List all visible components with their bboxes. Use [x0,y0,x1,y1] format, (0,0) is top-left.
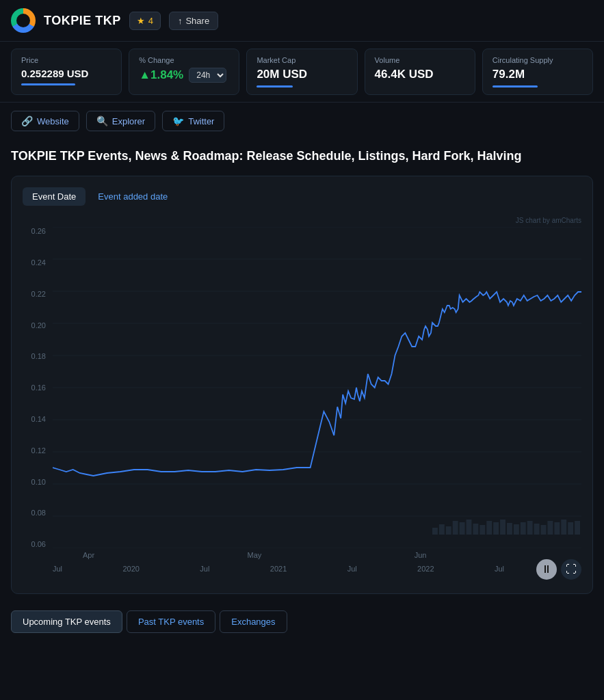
links-bar: 🔗 Website 🔍 Explorer 🐦 Twitter [0,103,604,139]
price-value: 0.252289 USD [21,68,111,79]
svg-rect-26 [534,524,540,535]
y-label-016: 0.16 [23,383,50,392]
chart-container: Event Date Event added date JS chart by … [11,176,593,594]
change-label: % Change [139,56,229,64]
svg-rect-22 [507,523,512,535]
chart-tabs: Event Date Event added date [23,187,581,206]
svg-rect-14 [453,521,458,535]
tab-event-added[interactable]: Event added date [88,187,177,206]
chart-svg-area [53,227,581,548]
y-label-006: 0.06 [23,540,50,548]
chart-watermark: JS chart by amCharts [23,217,581,224]
website-icon: 🔗 [21,116,33,126]
share-button[interactable]: ↑ Share [169,12,218,30]
y-label-022: 0.22 [23,290,50,298]
price-chart-svg [53,227,581,548]
svg-rect-19 [486,521,492,535]
marketcap-label: Market Cap [257,56,347,64]
x-axis: Apr May Jun . Jul 2020 Jul 2021 Jul 2022… [53,548,581,582]
x-labels-top: Apr May Jun . [53,548,581,562]
marketcap-bar [257,85,293,88]
tab-event-date[interactable]: Event Date [23,187,86,206]
price-line [53,292,581,476]
price-label: Price [21,56,111,64]
tab-past-events[interactable]: Past TKP events [127,610,215,633]
twitter-link[interactable]: 🐦 Twitter [162,111,224,131]
star-count: 4 [148,16,153,26]
period-select[interactable]: 24h 7d 30d [189,68,226,83]
share-label: Share [185,16,209,26]
price-bar [21,83,75,85]
chart-area: 0.26 0.24 0.22 0.20 0.18 0.16 0.14 0.12 … [23,227,581,582]
x-label-jul22: Jul [495,565,504,573]
marketcap-value: 20M USD [257,68,347,81]
x-labels-bottom: Jul 2020 Jul 2021 Jul 2022 Jul 2023 [53,562,581,576]
change-value: ▲1.84% [139,68,183,82]
pause-button[interactable]: ⏸ [536,559,557,580]
y-label-014: 0.14 [23,415,50,423]
svg-rect-17 [473,524,478,535]
svg-rect-21 [500,520,505,535]
explorer-link[interactable]: 🔍 Explorer [86,111,155,131]
stat-marketcap: Market Cap 20M USD [246,49,357,95]
x-label-apr: Apr [83,551,94,559]
volume-value: 46.4K USD [375,68,465,81]
watchlist-button[interactable]: ★ 4 [129,12,161,30]
svg-rect-25 [527,521,533,535]
svg-rect-28 [547,521,553,535]
share-icon: ↑ [178,16,183,26]
twitter-icon: 🐦 [172,116,184,126]
x-label-2020: 2020 [122,565,139,573]
y-label-026: 0.26 [23,227,50,235]
website-link[interactable]: 🔗 Website [11,111,79,131]
logo-icon [11,8,36,33]
page-title: TOKPIE TKP Events, News & Roadmap: Relea… [0,139,604,170]
y-label-008: 0.08 [23,509,50,517]
x-label-may: May [248,551,262,559]
y-label-020: 0.20 [23,321,50,329]
supply-bar [493,85,538,88]
svg-rect-11 [432,528,438,535]
supply-value: 79.2M [493,68,583,81]
x-label-2021: 2021 [270,565,287,573]
svg-rect-23 [514,524,519,535]
svg-rect-16 [467,520,472,535]
volume-label: Volume [375,56,465,64]
svg-rect-13 [446,526,451,535]
svg-rect-29 [554,522,560,535]
twitter-label: Twitter [188,116,214,126]
chart-controls: ⏸ ⛶ [536,559,581,580]
x-label-jun: Jun [415,551,427,559]
x-label-2022: 2022 [417,565,434,573]
x-label-jul20: Jul [200,565,209,573]
change-row: ▲1.84% 24h 7d 30d [139,68,229,83]
explorer-icon: 🔍 [96,116,108,126]
svg-rect-15 [460,522,465,535]
bottom-tabs: Upcoming TKP events Past TKP events Exch… [0,600,604,641]
stat-supply: Circulating Supply 79.2M [482,49,593,95]
coin-title: TOKPIE TKP [44,14,121,28]
svg-rect-32 [575,521,580,535]
supply-label: Circulating Supply [493,56,583,64]
tab-upcoming-events[interactable]: Upcoming TKP events [11,610,122,633]
website-label: Website [37,116,69,126]
star-icon: ★ [137,16,145,26]
y-label-012: 0.12 [23,446,50,455]
y-label-024: 0.24 [23,258,50,267]
svg-rect-24 [521,522,526,535]
svg-rect-12 [439,524,445,535]
stat-volume: Volume 46.4K USD [365,49,475,95]
svg-rect-18 [480,525,485,535]
x-label-jul19: Jul [53,565,62,573]
svg-rect-30 [561,520,566,535]
stats-bar: Price 0.252289 USD % Change ▲1.84% 24h 7… [0,42,604,103]
header: TOKPIE TKP ★ 4 ↑ Share [0,0,604,42]
svg-rect-31 [568,522,573,535]
svg-rect-20 [493,522,499,535]
svg-rect-27 [541,525,547,535]
y-label-018: 0.18 [23,352,50,360]
stat-price: Price 0.252289 USD [11,49,122,95]
tab-exchanges[interactable]: Exchanges [220,610,287,633]
fullscreen-button[interactable]: ⛶ [561,559,581,580]
explorer-label: Explorer [112,116,145,126]
